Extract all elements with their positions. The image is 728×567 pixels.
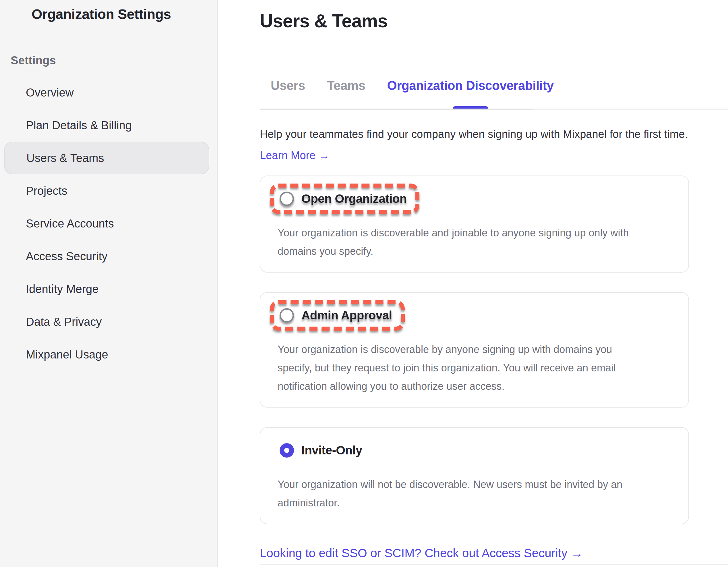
sidebar-section-label: Settings <box>11 54 56 67</box>
sidebar-nav-item-label: Data & Privacy <box>26 316 102 328</box>
sidebar-nav-item-label: Overview <box>26 86 74 99</box>
sidebar-nav: Overview Plan Details & Billing Users & … <box>0 76 217 371</box>
sidebar-nav-item[interactable]: Plan Details & Billing <box>0 109 217 142</box>
tab[interactable]: Organization Discoverability <box>376 77 564 94</box>
option-radio-row[interactable]: Invite-Only <box>270 435 375 466</box>
sidebar: Organization Settings Settings Overview … <box>0 0 218 567</box>
tab-label: Organization Discoverability <box>387 78 553 93</box>
sidebar-nav-item-label: Identity Merge <box>26 282 98 296</box>
tab[interactable]: Users <box>260 77 316 94</box>
tab-bar: Users Teams Organization Discoverability <box>260 77 565 94</box>
intro-text: Help your teammates find your company wh… <box>260 128 688 140</box>
sidebar-nav-item[interactable]: Identity Merge <box>0 272 217 305</box>
tab-label: Teams <box>327 78 365 93</box>
option-description: Your organization is discoverable and jo… <box>278 224 680 260</box>
radio-button[interactable] <box>280 191 294 206</box>
tab-underline-light <box>533 109 728 110</box>
option-description: Your organization is discoverable by any… <box>278 341 680 396</box>
tab-label: Users <box>271 78 305 93</box>
option-card: Admin Approval Your organization is disc… <box>260 292 689 408</box>
sidebar-nav-item[interactable]: Users & Teams <box>4 142 209 174</box>
option-card: Invite-Only Your organization will not b… <box>260 427 689 524</box>
tab-underline <box>260 109 533 110</box>
sidebar-nav-item-label: Access Security <box>26 250 108 263</box>
sidebar-nav-item-label: Mixpanel Usage <box>26 348 108 361</box>
sidebar-nav-item[interactable]: Data & Privacy <box>0 305 217 338</box>
option-description: Your organization will not be discoverab… <box>278 475 680 512</box>
sidebar-nav-item[interactable]: Access Security <box>0 240 217 272</box>
learn-more-link[interactable]: Learn More → <box>260 149 330 162</box>
option-radio-row[interactable]: Open Organization <box>270 183 419 214</box>
option-label: Admin Approval <box>301 309 392 322</box>
radio-button[interactable] <box>280 443 294 458</box>
sidebar-nav-item[interactable]: Mixpanel Usage <box>0 338 217 371</box>
discoverability-options: Open Organization Your organization is d… <box>260 175 689 544</box>
sidebar-title: Organization Settings <box>32 6 171 22</box>
option-label: Open Organization <box>301 192 407 206</box>
sidebar-nav-item-label: Projects <box>26 184 67 197</box>
sidebar-nav-item[interactable]: Overview <box>0 76 217 109</box>
option-card: Open Organization Your organization is d… <box>260 175 689 272</box>
bottom-divider <box>260 564 728 565</box>
sidebar-nav-item-label: Plan Details & Billing <box>26 119 132 132</box>
access-security-link[interactable]: Looking to edit SSO or SCIM? Check out A… <box>260 546 583 560</box>
sidebar-nav-item[interactable]: Projects <box>0 174 217 207</box>
sidebar-nav-item-label: Service Accounts <box>26 217 114 230</box>
radio-button[interactable] <box>280 308 294 323</box>
option-radio-row[interactable]: Admin Approval <box>270 300 405 331</box>
sidebar-nav-item[interactable]: Service Accounts <box>0 207 217 240</box>
option-label: Invite-Only <box>301 444 362 457</box>
tab[interactable]: Teams <box>316 77 376 94</box>
page-title: Users & Teams <box>260 10 388 32</box>
sidebar-nav-item-label: Users & Teams <box>26 152 104 164</box>
